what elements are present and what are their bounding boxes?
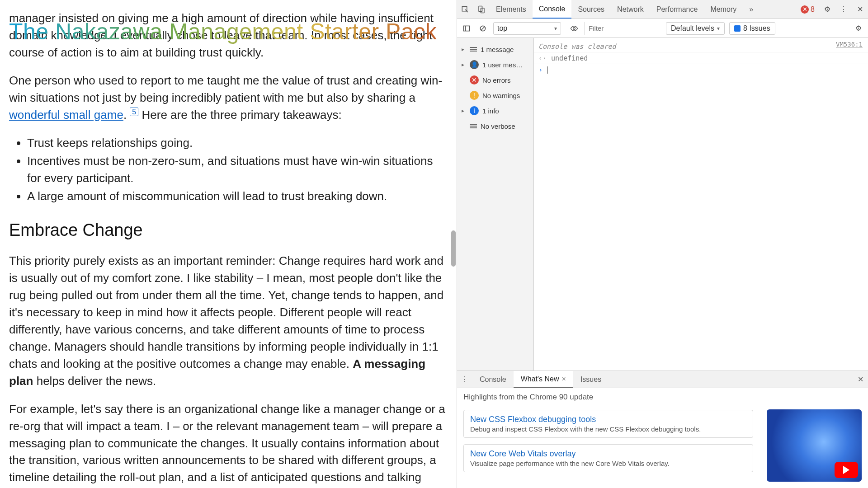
close-devtools-icon[interactable]: ✕ xyxy=(852,0,868,19)
console-prompt[interactable]: › xyxy=(534,64,868,76)
console-toolbar: top▾ Default levels▾ 8 Issues ⚙ xyxy=(457,19,868,38)
svg-line-6 xyxy=(481,27,485,30)
devtools-tabstrip: Elements Console Sources Network Perform… xyxy=(457,0,868,19)
info-icon: i xyxy=(470,106,479,115)
inspect-icon[interactable] xyxy=(457,0,473,19)
feature-card[interactable]: New CSS Flexbox debugging tools Debug an… xyxy=(463,410,753,438)
drawer-tab-console[interactable]: Console xyxy=(472,371,514,388)
list-item: A large amount of miscommunication will … xyxy=(27,188,448,205)
tab-console[interactable]: Console xyxy=(533,0,572,19)
prompt-icon: › xyxy=(538,66,542,74)
warning-icon: ! xyxy=(470,91,479,100)
log-entry: ‹· undefined xyxy=(534,52,868,64)
scrollbar-thumb[interactable] xyxy=(451,230,456,267)
drawer-tabstrip: ⋮ Console What's New × Issues ✕ xyxy=(457,371,868,388)
drawer-subtitle: Highlights from the Chrome 90 update xyxy=(463,393,753,402)
section-heading: Embrace Change xyxy=(9,218,448,243)
sidebar-item-verbose[interactable]: No verbose xyxy=(457,118,533,134)
messages-icon xyxy=(470,47,477,52)
feature-card[interactable]: New Core Web Vitals overlay Visualize pa… xyxy=(463,444,753,472)
paragraph: One person who used to report to me taug… xyxy=(9,72,448,124)
svg-rect-3 xyxy=(464,26,470,31)
video-thumbnail[interactable] xyxy=(767,409,862,482)
clear-console-icon[interactable] xyxy=(477,23,489,34)
more-menu-icon[interactable]: ⋮ xyxy=(835,0,852,19)
tab-network[interactable]: Network xyxy=(611,0,650,19)
issues-icon xyxy=(734,25,741,32)
devtools-panel: Elements Console Sources Network Perform… xyxy=(457,0,868,488)
log-source-link[interactable]: VM536:1 xyxy=(836,41,863,48)
paragraph: This priority purely exists as an import… xyxy=(9,253,448,390)
error-count-badge[interactable]: ✕ 8 xyxy=(796,0,819,19)
device-toggle-icon[interactable] xyxy=(473,0,490,19)
tab-memory[interactable]: Memory xyxy=(704,0,743,19)
tab-elements[interactable]: Elements xyxy=(490,0,533,19)
filter-input[interactable] xyxy=(585,22,661,35)
svg-point-7 xyxy=(573,27,576,29)
youtube-play-icon xyxy=(835,462,858,478)
console-settings-icon[interactable]: ⚙ xyxy=(853,23,864,34)
sidebar-toggle-icon[interactable] xyxy=(461,23,472,34)
log-levels-selector[interactable]: Default levels▾ xyxy=(666,22,725,35)
console-sidebar: ▸ 1 message ▸ 👤 1 user mes… ✕ No errors … xyxy=(457,38,534,371)
sidebar-item-errors[interactable]: ✕ No errors xyxy=(457,72,533,88)
settings-icon[interactable]: ⚙ xyxy=(819,0,835,19)
sidebar-item-warnings[interactable]: ! No warnings xyxy=(457,88,533,103)
error-icon: ✕ xyxy=(470,75,479,84)
list-item: Incentives must be non-zero-sum, and sit… xyxy=(27,153,448,187)
devtools-drawer: ⋮ Console What's New × Issues ✕ Highligh… xyxy=(457,371,868,488)
article-content: The Nakazawa Management Starter Pack man… xyxy=(0,0,457,488)
issues-pill[interactable]: 8 Issues xyxy=(729,22,775,35)
feature-desc: Visualize page performance with the new … xyxy=(470,460,746,467)
list-item: Trust keeps relationships going. xyxy=(27,135,448,152)
close-tab-icon[interactable]: × xyxy=(562,375,566,383)
verbose-icon xyxy=(470,124,477,128)
error-icon: ✕ xyxy=(801,5,809,14)
feature-title: New CSS Flexbox debugging tools xyxy=(470,415,746,424)
sidebar-item-info[interactable]: ▸ i 1 info xyxy=(457,103,533,118)
drawer-menu-icon[interactable]: ⋮ xyxy=(457,371,472,388)
tab-more[interactable]: » xyxy=(743,0,760,19)
context-selector[interactable]: top▾ xyxy=(493,22,561,35)
tab-performance[interactable]: Performance xyxy=(650,0,704,19)
live-expression-icon[interactable] xyxy=(568,23,580,34)
sidebar-item-user-messages[interactable]: ▸ 👤 1 user mes… xyxy=(457,57,533,72)
drawer-tab-whatsnew[interactable]: What's New × xyxy=(514,371,573,388)
log-entry: Console was cleared xyxy=(534,41,868,52)
return-arrow-icon: ‹· xyxy=(538,54,547,62)
tab-sources[interactable]: Sources xyxy=(571,0,611,19)
console-log[interactable]: VM536:1 Console was cleared ‹· undefined… xyxy=(534,38,868,371)
feature-desc: Debug and inspect CSS Flexbox with the n… xyxy=(470,425,746,433)
paragraph: manager insisted on giving me a high amo… xyxy=(9,10,448,61)
drawer-tab-issues[interactable]: Issues xyxy=(573,371,609,388)
user-icon: 👤 xyxy=(470,60,479,69)
bullet-list: Trust keeps relationships going. Incenti… xyxy=(27,135,448,205)
close-drawer-icon[interactable]: ✕ xyxy=(853,371,868,388)
paragraph: For example, let's say there is an organ… xyxy=(9,401,448,488)
footnote-ref[interactable]: 5 xyxy=(130,108,138,116)
feature-title: New Core Web Vitals overlay xyxy=(470,449,746,459)
text-cursor xyxy=(547,66,547,74)
inline-link[interactable]: wonderful small game xyxy=(9,108,123,122)
sidebar-item-messages[interactable]: ▸ 1 message xyxy=(457,42,533,57)
